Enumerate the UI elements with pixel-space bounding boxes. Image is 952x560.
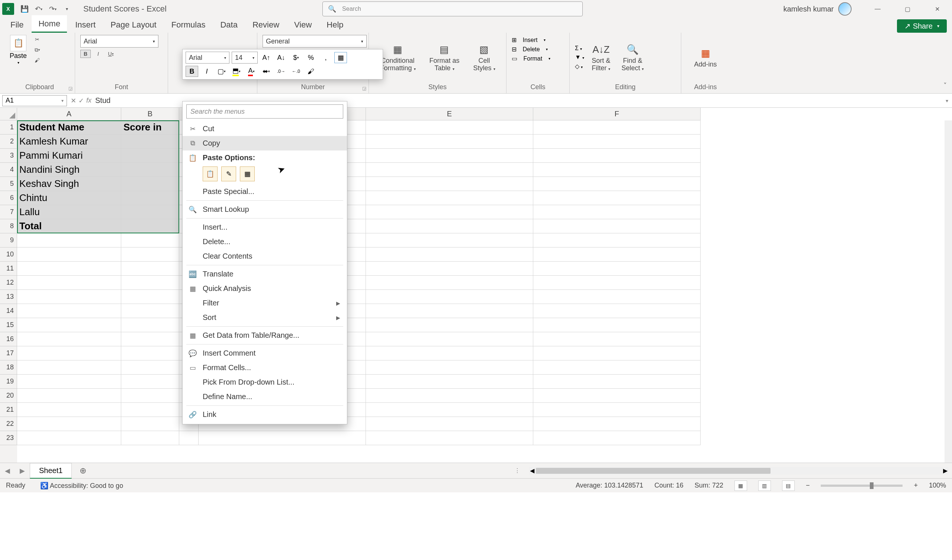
sheet-nav-prev[interactable]: ◀ — [0, 467, 15, 475]
sort-filter-button[interactable]: A↓Z Sort &Filter ▾ — [588, 41, 614, 74]
cell[interactable] — [179, 431, 199, 445]
menu-cut[interactable]: ✂Cut — [182, 122, 347, 136]
cell[interactable] — [533, 120, 701, 134]
zoom-slider[interactable] — [821, 484, 903, 487]
row-header[interactable]: 17 — [0, 346, 17, 361]
cell[interactable] — [366, 247, 533, 262]
cell[interactable] — [121, 431, 179, 445]
cell[interactable] — [366, 276, 533, 290]
menu-pick-dropdown[interactable]: Pick From Drop-down List... — [182, 375, 347, 389]
cell[interactable]: Total — [17, 219, 121, 233]
cell[interactable] — [121, 163, 179, 177]
cell[interactable] — [533, 332, 701, 346]
cell[interactable] — [533, 233, 701, 247]
cell[interactable] — [121, 247, 179, 262]
cell[interactable] — [17, 290, 121, 304]
sheet-nav-next[interactable]: ▶ — [15, 467, 30, 475]
cell[interactable] — [121, 219, 179, 233]
cell[interactable] — [17, 332, 121, 346]
collapse-ribbon-icon[interactable]: ˅ — [943, 82, 947, 89]
cell[interactable] — [121, 191, 179, 205]
tab-data[interactable]: Data — [213, 16, 244, 33]
cell[interactable] — [17, 318, 121, 332]
cell[interactable] — [366, 233, 533, 247]
menu-insert-comment[interactable]: 💬Insert Comment — [182, 346, 347, 361]
decrease-decimal-button[interactable]: ←.0 — [290, 66, 302, 77]
italic-button[interactable]: I — [93, 50, 104, 58]
sheet-tab[interactable]: Sheet1 — [30, 463, 72, 478]
cell[interactable] — [366, 262, 533, 276]
underline-button[interactable]: U▾ — [106, 50, 116, 58]
cell[interactable] — [533, 304, 701, 318]
row-header[interactable]: 14 — [0, 304, 17, 318]
cell[interactable] — [17, 361, 121, 375]
cell[interactable] — [121, 361, 179, 375]
cell[interactable] — [533, 290, 701, 304]
accounting-format-icon[interactable]: $▾ — [290, 52, 302, 63]
clear-icon[interactable]: ◇ ▾ — [575, 63, 584, 70]
cell[interactable]: Keshav Singh — [17, 177, 121, 191]
tab-insert[interactable]: Insert — [68, 16, 102, 33]
cell[interactable] — [17, 389, 121, 403]
row-header[interactable]: 5 — [0, 177, 17, 191]
borders-button[interactable]: ▢▾ — [215, 66, 228, 77]
cell[interactable] — [121, 389, 179, 403]
dialog-launcher-icon[interactable]: ◲ — [68, 86, 73, 91]
font-family-combo[interactable]: Arial▾ — [80, 35, 158, 48]
scroll-right-icon[interactable]: ▶ — [943, 467, 947, 474]
row-header[interactable]: 4 — [0, 163, 17, 177]
cell[interactable]: Chintu — [17, 191, 121, 205]
cell[interactable] — [121, 318, 179, 332]
cut-icon[interactable]: ✂ — [32, 35, 42, 43]
format-cells-button[interactable]: ▭ Format ▾ — [512, 55, 564, 62]
percent-format-icon[interactable]: % — [304, 52, 317, 63]
find-select-button[interactable]: 🔍 Find &Select ▾ — [618, 41, 648, 74]
cell[interactable] — [533, 205, 701, 219]
menu-insert[interactable]: Insert... — [182, 220, 347, 234]
menu-translate[interactable]: 🔤Translate — [182, 267, 347, 281]
cell[interactable]: Score in — [121, 120, 179, 134]
cell[interactable] — [121, 375, 179, 389]
row-header[interactable]: 20 — [0, 389, 17, 403]
menu-smart-lookup[interactable]: 🔍Smart Lookup — [182, 202, 347, 217]
column-header[interactable]: E — [366, 108, 533, 120]
row-header[interactable]: 15 — [0, 318, 17, 332]
page-layout-view-button[interactable]: ▥ — [758, 480, 771, 491]
format-as-table-button[interactable]: ▤ Format asTable ▾ — [425, 41, 463, 74]
cell[interactable] — [199, 431, 366, 445]
cell[interactable] — [366, 375, 533, 389]
menu-copy[interactable]: ⧉Copy — [182, 136, 347, 151]
menu-define-name[interactable]: Define Name... — [182, 389, 347, 404]
cells-area[interactable]: Student NameScore inKamlesh KumarPammi K… — [17, 120, 952, 463]
maximize-button[interactable]: ▢ — [892, 0, 922, 18]
enter-icon[interactable]: ✓ — [79, 97, 84, 105]
cell[interactable] — [17, 375, 121, 389]
font-color-button[interactable]: A▾ — [245, 66, 258, 77]
cell[interactable] — [366, 205, 533, 219]
row-header[interactable]: 12 — [0, 276, 17, 290]
row-header[interactable]: 8 — [0, 219, 17, 233]
row-header[interactable]: 3 — [0, 149, 17, 163]
row-header[interactable]: 9 — [0, 233, 17, 247]
name-box[interactable]: A1 ▾ — [2, 95, 67, 106]
delete-cells-button[interactable]: ⊟ Delete ▾ — [512, 46, 564, 53]
menu-get-data[interactable]: ▦Get Data from Table/Range... — [182, 328, 347, 342]
tab-help[interactable]: Help — [320, 16, 350, 33]
row-header[interactable]: 18 — [0, 361, 17, 375]
cell[interactable] — [121, 276, 179, 290]
cell[interactable] — [533, 149, 701, 163]
row-header[interactable]: 19 — [0, 375, 17, 389]
cell[interactable] — [121, 403, 179, 417]
zoom-in-button[interactable]: + — [914, 481, 918, 489]
cell[interactable] — [533, 134, 701, 149]
cell[interactable] — [533, 318, 701, 332]
cell[interactable] — [366, 403, 533, 417]
fill-color-button[interactable]: ⬒▾ — [230, 66, 243, 77]
cell[interactable] — [17, 304, 121, 318]
format-painter-icon[interactable]: 🖌 — [32, 56, 42, 64]
cell[interactable] — [366, 389, 533, 403]
cell[interactable] — [17, 431, 121, 445]
cell[interactable]: Kamlesh Kumar — [17, 134, 121, 149]
cell[interactable] — [366, 361, 533, 375]
close-button[interactable]: ✕ — [922, 0, 952, 18]
